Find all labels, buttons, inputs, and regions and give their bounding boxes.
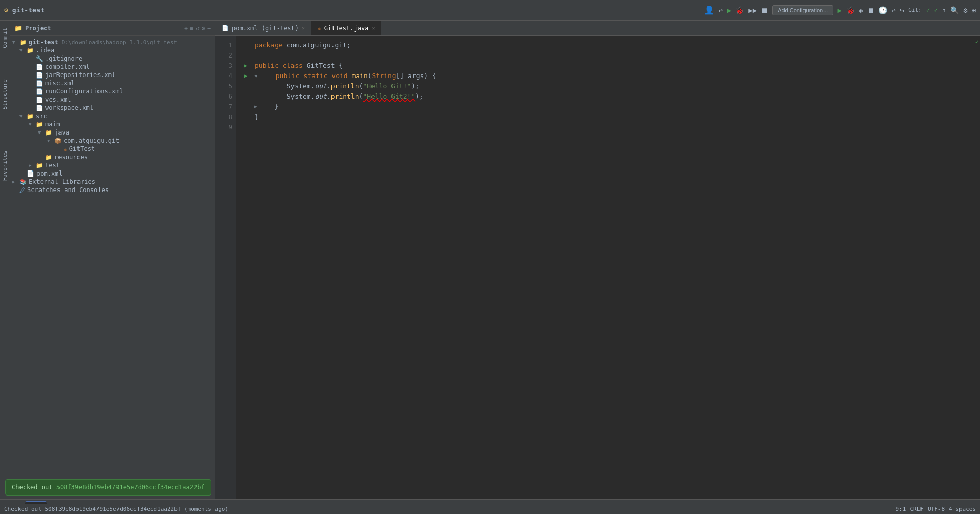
add-icon[interactable]: ✚ xyxy=(184,25,188,32)
tab-gittest-java[interactable]: ☕ GitTest.java ✕ xyxy=(311,21,381,35)
gitignore-icon: 🔧 xyxy=(36,55,43,62)
code-line-9 xyxy=(244,122,966,132)
tree-resources[interactable]: 📁 resources xyxy=(10,153,215,161)
jar-xml-label: jarRepositories.xml xyxy=(45,71,115,79)
line3-run[interactable]: ▶ xyxy=(244,61,252,71)
redo-icon[interactable]: ↪ xyxy=(900,6,904,14)
ext-libs-icon: 📚 xyxy=(19,179,27,185)
run2-icon[interactable]: ▶ xyxy=(837,6,841,14)
tree-ext-libs[interactable]: ▶ 📚 External Libraries xyxy=(10,178,215,186)
code-line-1: package com.atguigu.git; xyxy=(244,40,966,50)
settings-icon[interactable]: ⚙ xyxy=(963,6,967,14)
line6-code: System.out.println("Hello Git2!"); xyxy=(254,91,423,102)
test-folder-icon: 📁 xyxy=(36,162,43,169)
tree-root[interactable]: ▼ 📁 git-test D:\downloads\hadoop-3.1.0\g… xyxy=(10,38,215,46)
tree-vcs-xml[interactable]: 📄 vcs.xml xyxy=(10,96,215,104)
tree-package[interactable]: ▼ 📦 com.atguigu.git xyxy=(10,137,215,145)
status-checkout-text: Checked out 508f39e8db19eb4791e5e7d06ccf… xyxy=(4,506,228,512)
back-icon[interactable]: ↩ xyxy=(718,6,722,14)
line3-code: public class GitTest { xyxy=(254,61,343,71)
history-icon[interactable]: 🕐 xyxy=(878,6,887,14)
code-line-3: ▶ public class GitTest { xyxy=(244,61,966,71)
tree-scratches[interactable]: 🖊 Scratches and Consoles xyxy=(10,186,215,194)
pom-icon: 📄 xyxy=(27,170,34,177)
editor-area: 📄 pom.xml (git-test) ✕ ☕ GitTest.java ✕ … xyxy=(215,21,980,499)
line4-fold[interactable]: ▼ xyxy=(254,71,257,81)
line4-run[interactable]: ▶ xyxy=(244,71,252,81)
pom-label: pom.xml xyxy=(36,170,63,177)
gitignore-label: .gitignore xyxy=(45,55,82,62)
status-charset: UTF-8 xyxy=(928,506,945,512)
src-arrow: ▼ xyxy=(19,113,27,119)
run-icon[interactable]: ▶ xyxy=(727,6,731,14)
tree-pom[interactable]: 📄 pom.xml xyxy=(10,169,215,178)
misc-xml-label: misc.xml xyxy=(45,80,75,87)
favorites-side-tab[interactable]: Favorites xyxy=(1,147,9,184)
resources-label: resources xyxy=(54,154,88,161)
root-label: git-test xyxy=(29,39,58,46)
main-label: main xyxy=(45,121,60,128)
add-configuration-button[interactable]: Add Configuration... xyxy=(772,5,833,15)
stop2-icon[interactable]: ⏹ xyxy=(867,6,874,14)
person-icon[interactable]: 👤 xyxy=(704,5,714,15)
editor-tabs: 📄 pom.xml (git-test) ✕ ☕ GitTest.java ✕ xyxy=(215,21,980,36)
gittest-tab-close[interactable]: ✕ xyxy=(371,25,375,31)
tree-idea[interactable]: ▼ 📁 .idea xyxy=(10,46,215,54)
tree-jar-xml[interactable]: 📄 jarRepositories.xml xyxy=(10,71,215,79)
sync-icon[interactable]: ↺ xyxy=(195,25,199,32)
tree-workspace-xml[interactable]: 📄 workspace.xml xyxy=(10,104,215,112)
structure-side-tab[interactable]: Structure xyxy=(1,76,9,113)
layout-icon[interactable]: ⊞ xyxy=(972,6,976,14)
tree-misc-xml[interactable]: 📄 misc.xml xyxy=(10,79,215,87)
code-content[interactable]: package com.atguigu.git; ▶ public class … xyxy=(236,36,974,499)
notification-hash: 508f39e8db19eb4791e5e7d06ccf34ecd1aa22bf xyxy=(56,484,205,491)
pom-tab-icon: 📄 xyxy=(222,25,229,31)
git-check2-icon[interactable]: ✓ xyxy=(934,6,938,14)
debug-icon[interactable]: 🐞 xyxy=(735,6,744,14)
search-icon[interactable]: 🔍 xyxy=(950,6,959,14)
tree-java[interactable]: ▼ 📁 java xyxy=(10,128,215,137)
jar-xml-icon: 📄 xyxy=(36,72,43,79)
idea-folder-icon: 📁 xyxy=(27,47,34,54)
tree-src[interactable]: ▼ 📁 src xyxy=(10,112,215,120)
gutter-check-icon: ✓ xyxy=(975,38,979,45)
notification-prefix: Checked out xyxy=(12,484,56,491)
stop-icon[interactable]: ⏹ xyxy=(761,6,768,14)
git-label: Git: xyxy=(908,7,922,13)
pom-tab-close[interactable]: ✕ xyxy=(302,25,305,31)
side-icons-panel: Commit Structure Favorites xyxy=(0,21,10,499)
tree-main[interactable]: ▼ 📁 main xyxy=(10,120,215,128)
project-header-icons: ✚ ≡ ↺ ⚙ − xyxy=(184,25,211,32)
project-title: Project xyxy=(25,25,181,32)
code-editor[interactable]: 1 2 3 4 5 6 7 8 9 package com.atguigu.gi… xyxy=(215,36,980,499)
collapse-icon[interactable]: ≡ xyxy=(190,25,193,32)
tree-gitignore[interactable]: 🔧 .gitignore xyxy=(10,54,215,63)
status-bar-bottom: Checked out 508f39e8db19eb4791e5e7d06ccf… xyxy=(0,504,980,514)
coverage-icon[interactable]: ◈ xyxy=(859,6,863,14)
minimize-icon[interactable]: − xyxy=(207,25,211,32)
code-line-4: ▶ ▼ public static void main(String[] arg… xyxy=(244,71,966,81)
gittest-label: GitTest xyxy=(69,145,95,153)
root-path: D:\downloads\hadoop-3.1.0\git-test xyxy=(62,39,177,46)
settings2-icon[interactable]: ⚙ xyxy=(202,25,205,32)
compiler-xml-icon: 📄 xyxy=(36,64,43,70)
git-push-icon[interactable]: ↑ xyxy=(942,6,946,14)
window-icon: ⚙ xyxy=(4,6,8,14)
tree-run-xml[interactable]: 📄 runConfigurations.xml xyxy=(10,87,215,96)
line7-code: } xyxy=(258,102,278,112)
tree-gittest[interactable]: ☕ GitTest xyxy=(10,145,215,153)
git-check-icon[interactable]: ✓ xyxy=(926,6,930,14)
commit-side-tab[interactable]: Commit xyxy=(1,25,9,51)
tab-pom-xml[interactable]: 📄 pom.xml (git-test) ✕ xyxy=(215,21,311,35)
line7-fold[interactable]: ▶ xyxy=(254,102,257,112)
compiler-xml-label: compiler.xml xyxy=(45,63,90,70)
tree-compiler-xml[interactable]: 📄 compiler.xml xyxy=(10,63,215,71)
debug2-icon[interactable]: 🐞 xyxy=(846,6,855,14)
more-run-icon[interactable]: ▶▶ xyxy=(748,6,757,14)
line5-code: System.out.println("Hello Git!"); xyxy=(254,81,419,91)
undo-icon[interactable]: ↩ xyxy=(891,6,895,14)
code-line-2 xyxy=(244,50,966,61)
tree-test[interactable]: ▶ 📁 test xyxy=(10,161,215,169)
file-tree: ▼ 📁 git-test D:\downloads\hadoop-3.1.0\g… xyxy=(10,36,215,499)
root-folder-icon: 📁 xyxy=(19,39,27,46)
